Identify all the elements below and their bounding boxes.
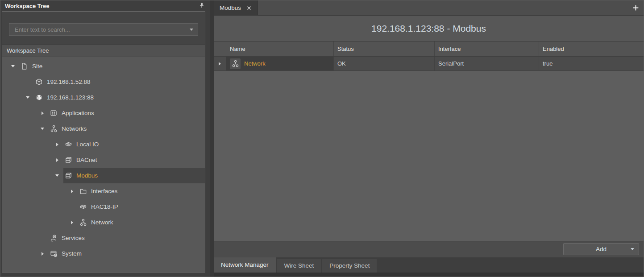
tree-item-192-168-1-52-88[interactable]: 192.168.1.52:88 xyxy=(2,74,205,90)
cell-name-text: Network xyxy=(244,60,266,67)
tree-item-label: Services xyxy=(62,235,85,241)
tree-item-local-io[interactable]: Local IO xyxy=(2,136,205,152)
tree-item-surface: BACnet xyxy=(63,152,205,168)
expand-arrow-icon[interactable] xyxy=(54,157,60,163)
tree-item-surface: Modbus xyxy=(63,168,205,183)
expand-arrow-icon[interactable] xyxy=(54,142,60,147)
collapse-arrow-icon[interactable] xyxy=(54,173,60,178)
stack-icon xyxy=(64,156,72,164)
main-panel: Modbus 192.168.1.123:88 - Modbus Name St… xyxy=(214,0,644,277)
add-button-label: Add xyxy=(596,246,607,252)
network-icon xyxy=(230,58,241,69)
services-icon xyxy=(50,234,58,242)
tree-list-header: Workspace Tree xyxy=(2,45,205,57)
document-icon xyxy=(20,62,28,70)
collapse-arrow-icon[interactable] xyxy=(40,126,45,132)
search-input[interactable] xyxy=(14,26,190,33)
tree-item-label: 192.168.1.123:88 xyxy=(47,94,94,101)
tree-item-surface: Local IO xyxy=(63,136,205,152)
tree-item-system[interactable]: System xyxy=(2,246,205,261)
chevron-down-icon[interactable] xyxy=(190,29,193,31)
tree-item-surface: Network xyxy=(78,215,205,230)
workspace-tree-panel: Workspace Tree Workspace Tree Site192.16… xyxy=(0,0,210,277)
cell-enabled[interactable]: true xyxy=(539,57,644,70)
tree-item-surface: 192.168.1.52:88 xyxy=(34,74,205,90)
expander-spacer xyxy=(40,236,45,241)
tree-item-label: BACnet xyxy=(76,157,97,163)
tree-item-services[interactable]: Services xyxy=(2,230,205,246)
workspace-tree-titlebar: Workspace Tree xyxy=(0,0,210,11)
tree-item-surface: RAC18-IP xyxy=(78,199,205,215)
workspace-tree-title: Workspace Tree xyxy=(5,3,49,9)
new-tab-button[interactable] xyxy=(632,4,640,12)
system-icon xyxy=(50,250,58,258)
tab-wire-sheet[interactable]: Wire Sheet xyxy=(277,259,321,273)
tree-item-bacnet[interactable]: BACnet xyxy=(2,152,205,168)
tab-network-manager[interactable]: Network Manager xyxy=(214,257,276,273)
column-header-enabled[interactable]: Enabled xyxy=(539,41,644,56)
tree-item-label: Network xyxy=(91,219,113,226)
workspace-tree-content: Workspace Tree Site192.168.1.52:88192.16… xyxy=(2,11,205,273)
column-header-name[interactable]: Name xyxy=(226,41,334,56)
view-title: 192.168.1.123:88 - Modbus xyxy=(371,23,486,34)
tree-item-label: Interfaces xyxy=(91,188,117,194)
tab-property-sheet[interactable]: Property Sheet xyxy=(322,259,377,273)
column-header-interface[interactable]: Interface xyxy=(435,41,539,56)
expand-arrow-icon[interactable] xyxy=(69,189,75,194)
panel-splitter[interactable] xyxy=(210,0,214,277)
stack-icon xyxy=(64,172,72,180)
tree-item-surface: 192.168.1.123:88 xyxy=(34,90,205,105)
tree-item-rac18-ip[interactable]: RAC18-IP xyxy=(2,199,205,215)
apps-icon xyxy=(50,109,58,117)
table-header: Name Status Interface Enabled xyxy=(214,41,644,57)
pin-icon[interactable] xyxy=(198,2,206,10)
tree-item-surface: Site xyxy=(19,58,205,74)
collapse-arrow-icon[interactable] xyxy=(10,64,16,69)
cell-name[interactable]: Network xyxy=(226,57,334,70)
tree-item-label: RAC18-IP xyxy=(91,203,118,210)
application-window: Workspace Tree Workspace Tree Site192.16… xyxy=(0,0,644,277)
expand-arrow-icon[interactable] xyxy=(40,251,45,256)
tree-item-modbus[interactable]: Modbus xyxy=(2,168,205,183)
expand-arrow-icon[interactable] xyxy=(40,111,45,116)
view-title-band: 192.168.1.123:88 - Modbus xyxy=(214,16,644,41)
folder-icon xyxy=(79,187,87,195)
tree-item-networks[interactable]: Networks xyxy=(2,121,205,136)
tree-item-label: Modbus xyxy=(76,172,98,179)
expander-spacer xyxy=(69,204,75,210)
close-icon[interactable] xyxy=(246,5,252,11)
device-icon xyxy=(79,203,87,211)
collapse-arrow-icon[interactable] xyxy=(25,95,30,100)
table-body: NetworkOKSerialPorttrue xyxy=(214,57,644,241)
table-row[interactable]: NetworkOKSerialPorttrue xyxy=(214,57,644,71)
action-bar: Add xyxy=(214,241,644,257)
column-header-status[interactable]: Status xyxy=(334,41,435,56)
row-indicator-cell xyxy=(214,57,226,70)
tree-item-interfaces[interactable]: Interfaces xyxy=(2,183,205,199)
view-tabstrip: Network ManagerWire SheetProperty Sheet xyxy=(214,257,644,273)
tab-label: Modbus xyxy=(220,4,241,11)
expand-arrow-icon[interactable] xyxy=(69,220,75,225)
tree-item-label: 192.168.1.52:88 xyxy=(47,79,91,85)
chevron-down-icon[interactable] xyxy=(631,248,634,250)
tree-item-surface: Interfaces xyxy=(78,183,205,199)
add-button[interactable]: Add xyxy=(563,243,639,255)
cell-interface[interactable]: SerialPort xyxy=(435,57,539,70)
tab-modbus[interactable]: Modbus xyxy=(214,0,258,15)
tree-item-site[interactable]: Site xyxy=(2,58,205,74)
tree-item-network[interactable]: Network xyxy=(2,215,205,230)
search-box xyxy=(9,23,198,36)
tree-item-surface: Applications xyxy=(49,105,205,121)
cube-filled-icon xyxy=(35,94,43,102)
workspace-tree: Site192.168.1.52:88192.168.1.123:88Appli… xyxy=(2,57,205,272)
tree-item-label: Applications xyxy=(62,110,94,116)
cube-outline-icon xyxy=(35,78,43,86)
tree-item-applications[interactable]: Applications xyxy=(2,105,205,121)
row-indicator-column-header xyxy=(214,41,226,56)
cell-status[interactable]: OK xyxy=(334,57,435,70)
tree-item-192-168-1-123-88[interactable]: 192.168.1.123:88 xyxy=(2,90,205,105)
tree-item-label: Site xyxy=(32,63,42,70)
bottom-strip xyxy=(214,273,644,277)
tree-item-label: Local IO xyxy=(76,141,99,148)
row-indicator-icon xyxy=(219,62,221,66)
